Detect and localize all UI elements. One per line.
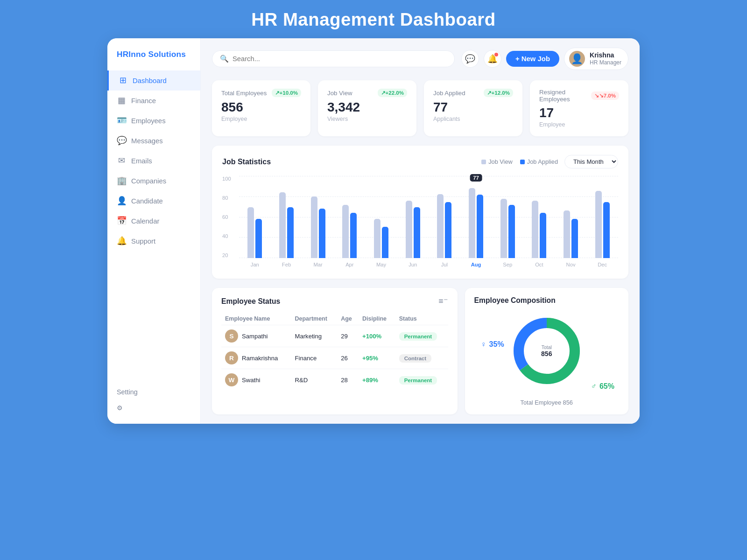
legend-applied-label: Job Applied (527, 158, 558, 165)
bar-applied-Dec (603, 202, 610, 258)
y-label: 40 (222, 233, 231, 239)
sidebar-item-finance[interactable]: ▦Finance (107, 91, 200, 111)
sidebar-nav: ⊞Dashboard▦Finance🪪Employees💬Messages✉Em… (107, 70, 200, 381)
discipline-value: +89% (362, 377, 378, 384)
bar-view-Dec (595, 191, 602, 258)
stat-label-0: Total Employees (221, 90, 267, 97)
bar-applied-Jan (255, 219, 262, 258)
search-bar: 🔍 (212, 50, 455, 67)
new-job-button[interactable]: + New Job (506, 51, 559, 67)
bar-applied-Aug (477, 195, 483, 258)
legend-job-applied: Job Applied (520, 158, 558, 165)
user-role: HR Manager (590, 59, 621, 67)
stat-badge-3: ↘↘7.0% (591, 91, 619, 100)
dashboard-container: HRInno Solutions ⊞Dashboard▦Finance🪪Empl… (107, 38, 640, 424)
sidebar-item-dashboard[interactable]: ⊞Dashboard (107, 70, 200, 91)
topbar: 🔍 💬 🔔 + New Job 👤 Krishna HR Manager (212, 48, 628, 70)
stat-value-3: 17 (539, 105, 619, 120)
sidebar-logo: HRInno Solutions (107, 49, 200, 70)
bar-view-Jan (247, 207, 254, 258)
employee-name-cell: SSampathi (221, 325, 291, 347)
female-pct: 35% (489, 340, 504, 349)
legend-male: ♂ 65% (591, 382, 614, 391)
month-select[interactable]: This Month (564, 155, 618, 168)
sidebar: HRInno Solutions ⊞Dashboard▦Finance🪪Empl… (107, 38, 201, 424)
legend-view-label: Job View (488, 158, 513, 165)
sidebar-label-finance: Finance (131, 97, 156, 105)
bar-label-Oct: Oct (535, 262, 543, 267)
topbar-icons: 💬 🔔 + New Job 👤 Krishna HR Manager (461, 48, 628, 70)
stat-sub-0: Employee (221, 116, 301, 122)
bar-group-Aug: 77Aug (460, 188, 492, 258)
stat-card-2: Job Applied ↗+12.0% 77 Applicants (424, 80, 522, 136)
legend-job-view: Job View (481, 158, 513, 165)
avatar: 👤 (569, 51, 585, 67)
sidebar-label-emails: Emails (131, 157, 152, 165)
discipline-cell: +100% (359, 325, 395, 347)
bar-tooltip: 77 (470, 174, 482, 182)
search-input[interactable] (233, 55, 447, 63)
user-profile[interactable]: 👤 Krishna HR Manager (564, 48, 628, 70)
bar-label-Aug: Aug (471, 262, 481, 267)
stat-badge-0: ↗+10.0% (272, 89, 301, 97)
sidebar-label-support: Support (131, 238, 155, 245)
chart-card: Job Statistics Job View Job Applied This… (212, 146, 628, 279)
chart-header: Job Statistics Job View Job Applied This… (222, 155, 618, 168)
bar-applied-Apr (350, 213, 357, 258)
sidebar-item-messages[interactable]: 💬Messages (107, 131, 200, 151)
employee-name-cell: RRamakrishna (221, 347, 291, 369)
dept-cell: Marketing (291, 325, 338, 347)
sidebar-gear[interactable]: ⚙ (107, 399, 200, 416)
stat-header-1: Job View ↗+22.0% (327, 89, 407, 97)
sidebar-setting-label[interactable]: Setting (107, 381, 200, 399)
y-label: 80 (222, 195, 231, 201)
bar-view-Aug (469, 188, 475, 258)
emp-name: Ramakrishna (242, 355, 278, 362)
notification-dot (494, 53, 498, 56)
chart-title: Job Statistics (222, 158, 271, 166)
bar-group-Feb: Feb (271, 192, 303, 258)
filter-icon[interactable]: ≡⁻ (438, 296, 448, 306)
sidebar-item-calendar[interactable]: 📅Calendar (107, 211, 200, 231)
sidebar-item-employees[interactable]: 🪪Employees (107, 111, 200, 131)
table-row: RRamakrishnaFinance26+95%Contract (221, 347, 448, 369)
bar-group-Jun: Jun (397, 201, 429, 258)
sidebar-label-companies: Companies (131, 177, 166, 185)
bar-label-Mar: Mar (314, 262, 323, 267)
bar-group-Apr: Apr (334, 205, 366, 258)
bar-view-Mar (311, 196, 317, 258)
employee-table: Employee NameDepartmentAgeDisiplineStatu… (221, 313, 448, 391)
bar-view-Apr (342, 205, 349, 258)
sidebar-item-candidate[interactable]: 👤Candidate (107, 191, 200, 211)
dept-cell: Finance (291, 347, 338, 369)
table-col-header: Status (395, 313, 448, 325)
finance-icon: ▦ (117, 96, 126, 105)
chat-icon-btn[interactable]: 💬 (461, 50, 479, 68)
legend-dot-view (481, 160, 486, 164)
stat-sub-3: Employee (539, 121, 619, 128)
status-badge: Contract (399, 354, 431, 363)
sidebar-label-candidate: Candidate (131, 197, 163, 205)
dashboard-icon: ⊞ (118, 76, 127, 85)
notification-btn[interactable]: 🔔 (484, 50, 501, 68)
stat-card-3: Resigned Employees ↘↘7.0% 17 Employee (530, 80, 628, 136)
emp-avatar: S (225, 329, 238, 343)
sidebar-item-companies[interactable]: 🏢Companies (107, 171, 200, 191)
bar-group-Oct: Oct (523, 201, 555, 258)
donut-center: Total 856 (541, 345, 552, 357)
sidebar-item-support[interactable]: 🔔Support (107, 231, 200, 251)
chart-y-labels: 20406080100 (222, 176, 231, 258)
stat-value-1: 3,342 (327, 100, 407, 115)
employee-name-cell: WSwathi (221, 369, 291, 391)
table-row: SSampathiMarketing29+100%Permanent (221, 325, 448, 347)
bar-group-May: May (366, 219, 397, 258)
stat-sub-2: Applicants (433, 116, 513, 122)
table-col-header: Employee Name (221, 313, 291, 325)
sidebar-item-emails[interactable]: ✉Emails (107, 151, 200, 171)
bar-applied-May (382, 227, 388, 258)
bar-view-Nov (564, 210, 570, 258)
bar-applied-Oct (540, 213, 546, 258)
bar-applied-Jun (414, 207, 420, 258)
status-badge: Permanent (399, 376, 437, 385)
legend-dot-applied (520, 160, 525, 164)
